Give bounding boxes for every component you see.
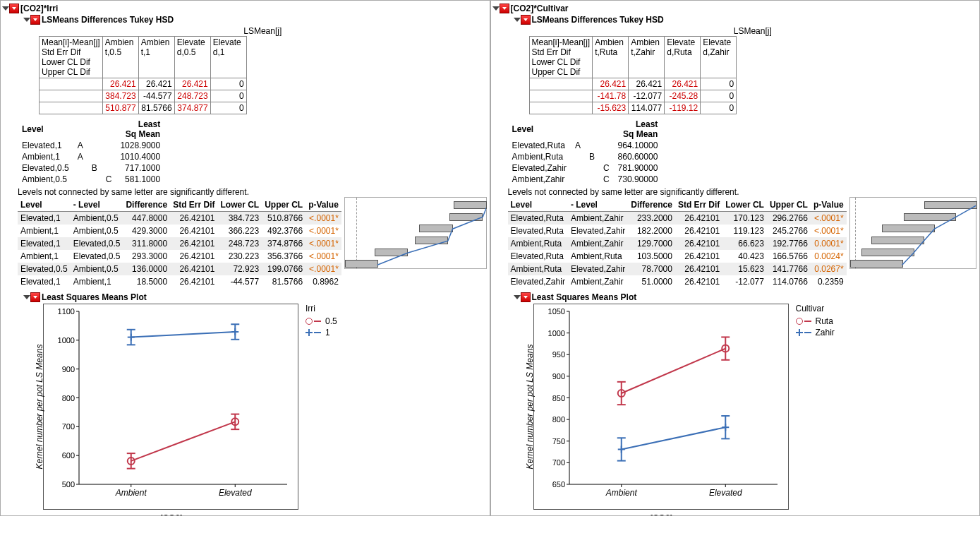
- x-axis-label: [CO2]: [44, 513, 298, 516]
- ls-means-plot: Kernel number per pot LS Means [CO2] 650…: [533, 304, 789, 510]
- subsection-title: LSMeans Differences Tukey HSD: [42, 15, 174, 25]
- disclosure-icon[interactable]: [23, 295, 30, 299]
- svg-text:Ambient: Ambient: [115, 488, 147, 498]
- svg-text:600: 600: [62, 451, 75, 460]
- subsection-title: Least Squares Means Plot: [532, 292, 637, 302]
- x-axis-label: [CO2]: [534, 513, 788, 516]
- y-axis-label: Kernel number per pot LS Means: [525, 345, 535, 470]
- svg-text:800: 800: [552, 415, 564, 424]
- disclosure-icon[interactable]: [514, 295, 521, 299]
- svg-text:700: 700: [62, 422, 75, 431]
- menu-icon[interactable]: [500, 4, 509, 13]
- section-title: [CO2]*Irri: [20, 4, 58, 13]
- svg-text:800: 800: [62, 394, 75, 402]
- section-header-co2-irri[interactable]: [CO2]*Irri: [4, 4, 487, 13]
- section-title: [CO2]*Cultivar: [511, 4, 569, 13]
- svg-text:Elevated: Elevated: [708, 488, 742, 498]
- disclosure-icon[interactable]: [23, 18, 30, 22]
- menu-icon[interactable]: [30, 292, 40, 302]
- menu-icon[interactable]: [521, 15, 531, 25]
- svg-text:700: 700: [552, 458, 564, 467]
- svg-text:Ambient: Ambient: [605, 488, 637, 498]
- disclosure-icon[interactable]: [2, 6, 9, 11]
- ls-means-plot: Kernel number per pot LS Means [CO2] 500…: [43, 304, 298, 510]
- lsmeans-matrix: Mean[i]-Mean[j]Std Err DifLower CL DifUp…: [39, 36, 247, 114]
- svg-line-73: [621, 427, 725, 449]
- matrix-header: LSMean[j]: [39, 26, 487, 36]
- svg-text:1050: 1050: [548, 307, 564, 316]
- y-axis-label: Kernel number per pot LS Means: [35, 345, 44, 470]
- menu-icon[interactable]: [9, 4, 19, 13]
- svg-text:650: 650: [552, 480, 564, 489]
- section-header-lsplot[interactable]: Least Squares Means Plot: [515, 292, 977, 302]
- svg-text:1000: 1000: [58, 336, 75, 345]
- svg-text:500: 500: [62, 480, 75, 489]
- section-header-tukey[interactable]: LSMeans Differences Tukey HSD: [515, 15, 977, 25]
- plot-legend: CultivarRutaZahir: [796, 304, 835, 510]
- svg-text:950: 950: [552, 350, 564, 359]
- svg-line-64: [621, 349, 725, 393]
- lsmeans-matrix: Mean[i]-Mean[j]Std Err DifLower CL DifUp…: [529, 36, 737, 114]
- differences-table: Level- LevelDifferenceStd Err DifLower C…: [18, 198, 341, 288]
- svg-text:1000: 1000: [548, 329, 564, 337]
- svg-text:750: 750: [552, 437, 564, 446]
- subsection-title: LSMeans Differences Tukey HSD: [532, 15, 664, 25]
- lsmeans-table: LevelLeastSq MeanElevated,1A1028.9000Amb…: [18, 119, 164, 185]
- lsmeans-table: LevelLeastSq MeanElevated,RutaA964.10000…: [508, 119, 663, 185]
- differences-table: Level- LevelDifferenceStd Err DifLower C…: [508, 198, 847, 288]
- disclosure-icon[interactable]: [514, 18, 521, 22]
- svg-text:900: 900: [552, 372, 564, 381]
- svg-text:900: 900: [62, 365, 75, 373]
- subsection-title: Least Squares Means Plot: [42, 292, 147, 302]
- menu-icon[interactable]: [30, 15, 40, 25]
- menu-icon[interactable]: [521, 292, 531, 302]
- section-header-tukey[interactable]: LSMeans Differences Tukey HSD: [25, 15, 487, 25]
- svg-text:850: 850: [552, 394, 564, 402]
- svg-text:1100: 1100: [58, 307, 75, 316]
- significance-note: Levels not connected by same letter are …: [18, 187, 487, 197]
- panel-co2-cultivar: [CO2]*Cultivar LSMeans Differences Tukey…: [490, 0, 981, 516]
- significance-note: Levels not connected by same letter are …: [508, 187, 977, 197]
- section-header-co2-cultivar[interactable]: [CO2]*Cultivar: [494, 4, 977, 13]
- section-header-lsplot[interactable]: Least Squares Means Plot: [25, 292, 487, 302]
- svg-line-20: [131, 422, 236, 461]
- panel-co2-irri: [CO2]*Irri LSMeans Differences Tukey HSD…: [0, 0, 490, 516]
- differences-chart: [344, 197, 487, 269]
- disclosure-icon[interactable]: [492, 6, 500, 11]
- differences-chart: [849, 197, 976, 269]
- matrix-header: LSMean[j]: [529, 26, 977, 36]
- svg-text:Elevated: Elevated: [219, 488, 252, 498]
- svg-line-29: [131, 332, 236, 337]
- plot-legend: Irri0.51: [306, 304, 337, 510]
